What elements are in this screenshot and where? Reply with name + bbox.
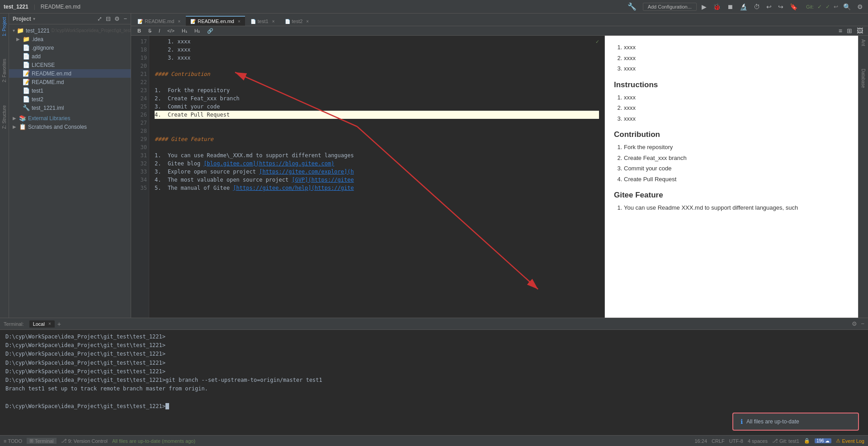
term-line-blank: [5, 393, 863, 402]
preview-contrib-4: Create Pull Request: [624, 175, 849, 184]
readme-en-close[interactable]: ×: [238, 19, 241, 24]
database-strip-label[interactable]: Database: [860, 67, 867, 90]
minus-sidebar-icon[interactable]: −: [123, 15, 127, 22]
test2-close[interactable]: ×: [306, 19, 309, 24]
line-endings[interactable]: CRLF: [712, 438, 725, 444]
settings-icon[interactable]: ⚙: [856, 3, 864, 10]
status-version-control[interactable]: ⎇ 9: Version Control: [61, 438, 108, 444]
code-line-22: [155, 78, 599, 86]
test1-close[interactable]: ×: [272, 19, 275, 24]
tab-readme-md[interactable]: 📝 README.md ×: [133, 16, 185, 26]
title-left: test_1221 | README.en.md 🔧 Add Configura…: [4, 2, 864, 11]
cursor-position[interactable]: 16:24: [694, 438, 707, 444]
tab-readme-en-md[interactable]: 📝 README.en.md ×: [186, 16, 245, 26]
code-line-31: 1. You can use Readme\_XXX.md to support…: [155, 151, 599, 160]
license-icon: 📄: [23, 61, 30, 68]
tree-item-readme[interactable]: 📝 README.md: [9, 78, 131, 86]
code-button[interactable]: </>: [165, 28, 177, 34]
structure-strip-label[interactable]: Z: Structure: [1, 103, 8, 131]
italic-button[interactable]: I: [156, 28, 163, 34]
caret-icon: ▾: [33, 16, 35, 21]
left-strip: 1: Project 2: Favorites Z: Structure: [0, 14, 9, 318]
term-line-3: D:\cyp\WorkSpace\idea_Project\git_test\t…: [5, 350, 863, 358]
tab-test2[interactable]: 📄 test2 ×: [280, 16, 314, 26]
tree-item-license[interactable]: 📄 LICENSE: [9, 61, 131, 69]
coverage-icon[interactable]: 🔬: [738, 3, 749, 10]
menu-icon[interactable]: ≡: [837, 27, 844, 34]
idea-label: .idea: [32, 36, 43, 42]
status-terminal[interactable]: ⊞ Terminal: [27, 438, 57, 444]
git-check2: ✓: [826, 4, 830, 10]
editor-content: 17 18 19 20 21 22 23 24 25 26 27 28 29 3…: [131, 36, 868, 318]
lock-icon: 🔒: [804, 438, 810, 444]
readme-md-close[interactable]: ×: [178, 19, 180, 24]
search-icon[interactable]: 🔍: [842, 3, 852, 10]
tree-item-test2[interactable]: 📄 test2: [9, 95, 131, 103]
terminal-minimize-icon[interactable]: −: [861, 320, 864, 327]
indent-label[interactable]: 4 spaces: [748, 438, 768, 444]
add-configuration-button[interactable]: Add Configuration...: [643, 3, 697, 11]
settings-sidebar-icon[interactable]: ⚙: [114, 15, 120, 22]
separator: |: [34, 4, 35, 10]
terminal-tab-local[interactable]: Local ×: [29, 320, 55, 328]
preview-contrib-3: Commit your code: [624, 164, 849, 173]
tree-item-ext-libs[interactable]: ▶ 📚 External Libraries: [9, 114, 131, 122]
h1-button[interactable]: H₁: [179, 28, 190, 34]
tree-item-gitignore[interactable]: 📄 .gitignore: [9, 43, 131, 52]
h2-button[interactable]: H₂: [192, 28, 203, 34]
iml-label: test_1221.iml: [32, 105, 64, 111]
project-strip-label[interactable]: 1: Project: [1, 15, 8, 38]
strikethrough-button[interactable]: S̶: [146, 28, 154, 34]
term-line-git-cmd: D:\cyp\WorkSpace\idea_Project\git_test\t…: [5, 376, 863, 385]
image-icon[interactable]: 🖼: [855, 27, 864, 34]
root-folder-icon: 📁: [17, 27, 24, 34]
code-area[interactable]: 1. xxxx✓ 2. xxxx 3. xxxx #### Contributi…: [149, 36, 604, 318]
readme-en-tab-label: README.en.md: [198, 19, 234, 24]
tree-item-readme-en[interactable]: 📝 README.en.md: [9, 69, 131, 78]
code-line-28: [155, 127, 599, 135]
term-line-4: D:\cyp\WorkSpace\idea_Project\git_test\t…: [5, 359, 863, 367]
terminal-status-label: Terminal: [35, 438, 54, 444]
debug-icon[interactable]: 🐞: [712, 3, 722, 10]
code-line-21: #### Contribution: [155, 70, 599, 78]
undo-icon[interactable]: ↩: [765, 3, 773, 10]
split-icon[interactable]: ⊞: [845, 27, 854, 34]
tree-item-iml[interactable]: 🔧 test_1221.iml: [9, 103, 131, 112]
preview-instructions-heading: Instructions: [614, 80, 849, 89]
ant-strip-label[interactable]: Ant: [860, 38, 867, 48]
add-terminal-button[interactable]: +: [57, 320, 61, 328]
terminal-settings-icon[interactable]: ⚙: [852, 320, 857, 327]
event-log-button[interactable]: ⚠ Event Log: [836, 438, 864, 444]
term-line-1: D:\cyp\WorkSpace\idea_Project\git_test\t…: [5, 333, 863, 341]
term-line-2: D:\cyp\WorkSpace\idea_Project\git_test\t…: [5, 341, 863, 350]
ext-libs-arrow: ▶: [13, 116, 17, 121]
local-tab-close[interactable]: ×: [48, 321, 51, 326]
preview-item-1: xxxx: [624, 43, 849, 52]
encoding[interactable]: UTF-8: [729, 438, 743, 444]
redo-icon[interactable]: ↪: [777, 3, 785, 10]
tree-item-test1[interactable]: 📄 test1: [9, 86, 131, 95]
notification-icon: ℹ: [741, 418, 743, 425]
tree-item-idea[interactable]: ▶ 📁 .idea: [9, 35, 131, 43]
git-branch-status[interactable]: ⎇ Git: test1: [772, 438, 799, 444]
profile-icon[interactable]: ⏱: [752, 3, 761, 10]
link-button[interactable]: 🔗: [204, 28, 216, 34]
test2-icon: 📄: [23, 96, 30, 103]
stop-icon[interactable]: ⏹: [726, 3, 735, 10]
expand-icon[interactable]: ⤢: [97, 15, 102, 22]
tree-item-scratches[interactable]: ▶ 📋 Scratches and Consoles: [9, 122, 131, 131]
tree-item-add[interactable]: 📄 add: [9, 52, 131, 61]
tree-root[interactable]: ▾ 📁 test_1221 D:\cyp\WorkSpace\idea_Proj…: [9, 26, 131, 35]
collapse-icon[interactable]: ⊟: [106, 15, 111, 22]
local-tab-label: Local: [33, 321, 45, 327]
run-icon[interactable]: ▶: [700, 3, 708, 10]
preview-instr-1: xxxx: [624, 93, 849, 102]
favorites-strip-label[interactable]: 2: Favorites: [1, 57, 8, 84]
bold-button[interactable]: B: [135, 28, 144, 34]
tab-test1[interactable]: 📄 test1 ×: [246, 16, 279, 26]
ext-libs-label: External Libraries: [28, 115, 70, 122]
preview-contribution-heading: Contribution: [614, 130, 849, 139]
root-arrow: ▾: [13, 28, 15, 33]
status-todo[interactable]: ≡ TODO: [4, 438, 22, 444]
bookmark-icon[interactable]: 🔖: [788, 3, 799, 10]
